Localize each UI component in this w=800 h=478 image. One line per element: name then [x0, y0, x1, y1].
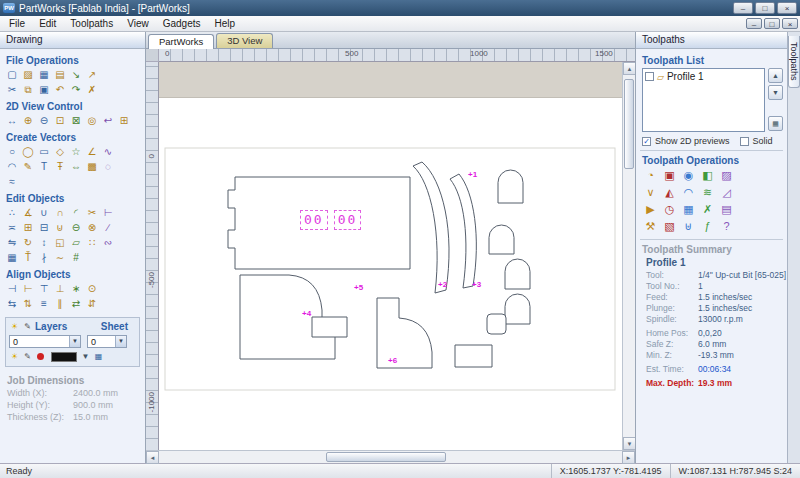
estimate-time-icon[interactable]: ◷	[660, 201, 679, 218]
active-layer-edit-icon[interactable]: ✎	[22, 351, 33, 362]
scale-icon[interactable]: ◱	[52, 235, 68, 250]
document-variables-icon[interactable]: ƒ	[698, 218, 717, 235]
redo-icon[interactable]: ↷	[68, 82, 84, 97]
layer-visibility-icon[interactable]: ☀	[9, 321, 20, 332]
pocket-toolpath-icon[interactable]: ▣	[660, 167, 679, 184]
draw-circle-icon[interactable]: ○	[4, 144, 20, 159]
drill-toolpath-icon[interactable]: ◉	[679, 167, 698, 184]
tab-partworks[interactable]: PartWorks	[148, 34, 214, 49]
preview-toolpaths-icon[interactable]: ▶	[641, 201, 660, 218]
vertical-scrollbar[interactable]: ▲ ▼	[622, 62, 635, 450]
layer-select[interactable]: 0 ▼	[9, 335, 81, 348]
trace-bitmap-icon[interactable]: ◌	[100, 159, 116, 174]
menu-view[interactable]: View	[120, 16, 156, 31]
tab-3d-view[interactable]: 3D View	[216, 33, 273, 48]
export-icon[interactable]: ↗	[84, 67, 100, 82]
align-right-icon[interactable]: ⊢	[20, 281, 36, 296]
intersect-icon[interactable]: ⊗	[84, 220, 100, 235]
tool-database-icon[interactable]: ⚒	[641, 218, 660, 235]
draw-arc-icon[interactable]: ◠	[4, 159, 20, 174]
toolpath-list-item[interactable]: ▱ Profile 1	[645, 71, 762, 82]
draw-vector-texture-icon[interactable]: ≈	[4, 174, 20, 189]
mdi-restore-button[interactable]: □	[764, 18, 780, 29]
draw-curve-icon[interactable]: ∿	[100, 144, 116, 159]
drawing-canvas[interactable]: 00 00 +1 +2 +3 +4 +5 +6	[159, 62, 622, 450]
join-vectors-icon[interactable]: ∪	[36, 205, 52, 220]
draw-rectangle-icon[interactable]: ▭	[36, 144, 52, 159]
measure-icon[interactable]: ∡	[20, 205, 36, 220]
layer-color-swatch[interactable]	[51, 352, 77, 362]
insert-bitmap-icon[interactable]: ▩	[84, 159, 100, 174]
menu-gadgets[interactable]: Gadgets	[156, 16, 208, 31]
move-icon[interactable]: ↕	[36, 235, 52, 250]
mirror-icon[interactable]: ⇋	[4, 235, 20, 250]
offset-icon[interactable]: ≍	[4, 220, 20, 235]
scroll-right-icon[interactable]: ►	[622, 451, 635, 464]
break-curve-icon[interactable]: ∤	[36, 250, 52, 265]
align-v-center-icon[interactable]: ∥	[52, 296, 68, 311]
subtract-icon[interactable]: ⊖	[68, 220, 84, 235]
new-file-icon[interactable]: ▢	[4, 67, 20, 82]
arch-part-3[interactable]	[505, 259, 530, 289]
inlay-toolpath-icon[interactable]: ◧	[698, 167, 717, 184]
chevron-down-icon[interactable]: ▼	[115, 336, 126, 347]
align-center-icon[interactable]: ∗	[68, 281, 84, 296]
toolpath-help-icon[interactable]: ?	[717, 218, 736, 235]
engraving-text[interactable]: 00 00	[300, 210, 361, 230]
show-2d-previews-checkbox[interactable]: ✓	[642, 137, 651, 146]
mdi-minimize-button[interactable]: –	[746, 18, 762, 29]
trim-icon[interactable]: ✂	[84, 205, 100, 220]
toolpath-list-options-button[interactable]: ▦	[768, 116, 783, 131]
chevron-down-icon[interactable]: ▼	[69, 336, 80, 347]
cut-icon[interactable]: ✂	[4, 82, 20, 97]
move-toolpath-up-button[interactable]: ▲	[768, 68, 783, 83]
layer-options-icon[interactable]: ▼	[80, 351, 91, 362]
node-edit-icon[interactable]: ∴	[4, 205, 20, 220]
pan-icon[interactable]: ↔	[4, 113, 20, 128]
group-icon[interactable]: ⊞	[20, 220, 36, 235]
texture-toolpath-icon[interactable]: ▨	[717, 167, 736, 184]
draw-text-icon[interactable]: T	[36, 159, 52, 174]
mirror-h-icon[interactable]: ⇄	[68, 296, 84, 311]
toggle-grid-icon[interactable]: ⊞	[116, 113, 132, 128]
small-rect-part-1[interactable]	[312, 317, 347, 337]
zoom-in-icon[interactable]: ⊕	[20, 113, 36, 128]
weld-icon[interactable]: ⊍	[52, 220, 68, 235]
zoom-extents-icon[interactable]: ⊠	[68, 113, 84, 128]
previous-view-icon[interactable]: ↩	[100, 113, 116, 128]
draw-polyline-icon[interactable]: ∠	[84, 144, 100, 159]
merge-toolpaths-icon[interactable]: ⊎	[679, 218, 698, 235]
snap-options-icon[interactable]: #	[68, 250, 84, 265]
align-top-icon[interactable]: ⊤	[36, 281, 52, 296]
arch-part-2[interactable]	[489, 225, 514, 254]
align-left-icon[interactable]: ⊣	[4, 281, 20, 296]
zoom-window-icon[interactable]: ⊡	[52, 113, 68, 128]
add-layer-icon[interactable]: ▦	[93, 351, 104, 362]
toolpaths-side-tab[interactable]: Toolpaths	[788, 36, 800, 88]
menu-edit[interactable]: Edit	[32, 16, 63, 31]
center-in-material-icon[interactable]: ⊙	[84, 281, 100, 296]
text-on-curve-icon[interactable]: Ŧ	[52, 159, 68, 174]
menu-help[interactable]: Help	[207, 16, 242, 31]
mirror-v-icon[interactable]: ⇵	[84, 296, 100, 311]
layer-edit-icon[interactable]: ✎	[22, 321, 33, 332]
draw-star-icon[interactable]: ☆	[68, 144, 84, 159]
paste-along-icon[interactable]: ∾	[100, 235, 116, 250]
save-file-icon[interactable]: ▦	[36, 67, 52, 82]
material-setup-icon[interactable]: ▧	[660, 218, 679, 235]
close-vector-icon[interactable]: ∩	[52, 205, 68, 220]
undo-icon[interactable]: ↶	[52, 82, 68, 97]
scroll-left-icon[interactable]: ◄	[146, 451, 159, 464]
draw-ellipse-icon[interactable]: ◯	[20, 144, 36, 159]
fillet-icon[interactable]: ◜	[68, 205, 84, 220]
paste-icon[interactable]: ▣	[36, 82, 52, 97]
import-vectors-icon[interactable]: ↘	[68, 67, 84, 82]
slice-icon[interactable]: ∕	[100, 220, 116, 235]
chamfer-toolpath-icon[interactable]: ◿	[717, 184, 736, 201]
moulding-toolpath-icon[interactable]: ◠	[679, 184, 698, 201]
toolpath-list[interactable]: ▱ Profile 1	[642, 68, 765, 132]
distort-icon[interactable]: ▱	[68, 235, 84, 250]
draw-freehand-icon[interactable]: ✎	[20, 159, 36, 174]
dimension-icon[interactable]: ⇔	[68, 159, 84, 174]
vcarve-toolpath-icon[interactable]: ∨	[641, 184, 660, 201]
